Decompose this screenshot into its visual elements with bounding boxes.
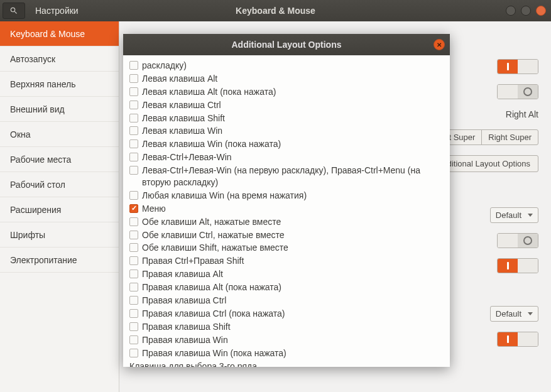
- layout-option: Правая Ctrl+Правая Shift: [128, 254, 445, 268]
- checkbox[interactable]: [129, 335, 138, 344]
- layout-option: Левая клавиша Win (пока нажата): [128, 138, 445, 151]
- checkbox[interactable]: [129, 61, 138, 70]
- checkbox[interactable]: [129, 270, 138, 278]
- chevron-down-icon: [528, 214, 533, 217]
- modal-title-text: Additional Layout Options: [232, 40, 342, 50]
- layout-option: Левая клавиша Alt: [128, 72, 445, 85]
- page-title: Keyboard & Mouse: [0, 6, 551, 16]
- checkbox[interactable]: [129, 283, 138, 291]
- checkbox[interactable]: [129, 217, 138, 226]
- option-label: Правая клавиша Alt: [142, 268, 223, 280]
- sidebar-item-3[interactable]: Внешний вид: [0, 97, 119, 122]
- close-window-button[interactable]: [536, 6, 546, 16]
- right-alt-label: Right Alt: [506, 109, 538, 119]
- dropdown-1[interactable]: Default: [490, 207, 538, 223]
- app-title: Настройки: [35, 6, 79, 16]
- maximize-button[interactable]: [521, 6, 531, 16]
- option-label: Меню: [142, 203, 166, 215]
- layout-option: Левая клавиша Shift: [128, 112, 445, 125]
- sidebar: Keyboard & MouseАвтозапускВерхняя панель…: [0, 21, 119, 392]
- option-label: Правая клавиша Shift: [142, 321, 231, 333]
- modal-body: раскладку)Левая клавиша AltЛевая клавиша…: [123, 55, 450, 367]
- checkbox[interactable]: [129, 191, 138, 200]
- search-button[interactable]: [3, 3, 25, 19]
- toggle-1[interactable]: [497, 59, 538, 74]
- checkbox[interactable]: [129, 231, 138, 239]
- option-label: Левая клавиша Win: [142, 125, 222, 137]
- layout-option: Правая клавиша Shift: [128, 320, 445, 334]
- toggle-5[interactable]: [497, 332, 538, 347]
- toggle-4[interactable]: [497, 258, 538, 273]
- checkbox[interactable]: [129, 349, 138, 357]
- sidebar-item-0[interactable]: Keyboard & Mouse: [0, 21, 119, 46]
- section-heading: Клавиша для выбора 3-го ряда: [128, 361, 445, 367]
- sidebar-item-6[interactable]: Рабочий стол: [0, 172, 119, 197]
- option-label: Обе клавиши Shift, нажатые вместе: [142, 242, 288, 254]
- layout-option: раскладку): [128, 59, 445, 72]
- sidebar-item-1[interactable]: Автозапуск: [0, 46, 119, 72]
- option-label: Обе клавиши Alt, нажатые вместе: [142, 216, 281, 228]
- sidebar-item-7[interactable]: Расширения: [0, 197, 119, 222]
- checkbox[interactable]: [129, 256, 138, 265]
- layout-option: Обе клавиши Alt, нажатые вместе: [128, 215, 445, 229]
- layout-option: Любая клавиша Win (на время нажатия): [128, 189, 445, 202]
- layout-option: Правая клавиша Ctrl: [128, 294, 445, 307]
- modal-titlebar: Additional Layout Options: [123, 34, 450, 55]
- option-label: Левая клавиша Ctrl: [142, 99, 221, 111]
- option-label: Левая-Ctrl+Левая-Win: [142, 151, 232, 163]
- sidebar-item-2[interactable]: Верхняя панель: [0, 72, 119, 97]
- option-label: Обе клавиши Ctrl, нажатые вместе: [142, 229, 285, 241]
- minimize-button[interactable]: [506, 6, 516, 16]
- search-icon: [9, 6, 18, 15]
- modal-close-button[interactable]: [434, 39, 445, 50]
- option-label: Левая-Ctrl+Левая-Win (на первую раскладк…: [142, 165, 444, 188]
- option-label: Левая клавиша Alt: [142, 73, 217, 85]
- option-label: Правая клавиша Ctrl: [142, 295, 226, 307]
- sidebar-item-4[interactable]: Окна: [0, 122, 119, 147]
- option-label: Левая клавиша Shift: [142, 112, 225, 124]
- toggle-3[interactable]: [497, 233, 538, 248]
- layout-option: Правая клавиша Alt: [128, 268, 445, 281]
- checkbox[interactable]: [129, 101, 138, 109]
- checkbox[interactable]: [129, 126, 138, 135]
- layout-option: Левая-Ctrl+Левая-Win (на первую раскладк…: [128, 164, 445, 189]
- window-controls: [506, 6, 551, 16]
- option-label: Левая клавиша Alt (пока нажата): [142, 86, 276, 98]
- checkbox[interactable]: [129, 166, 138, 175]
- layout-option: Правая клавиша Win (пока нажата): [128, 347, 445, 360]
- segment-right-super[interactable]: Right Super: [481, 129, 538, 145]
- checkbox[interactable]: [129, 114, 138, 122]
- option-label: Правая клавиша Win: [142, 334, 228, 346]
- sidebar-item-8[interactable]: Шрифты: [0, 222, 119, 248]
- additional-layout-options-button[interactable]: dditional Layout Options: [435, 155, 538, 172]
- checkbox[interactable]: [129, 296, 138, 305]
- window-titlebar: Настройки Keyboard & Mouse: [0, 0, 551, 21]
- layout-option: Левая-Ctrl+Левая-Win: [128, 151, 445, 164]
- modal-additional-layout-options: Additional Layout Options раскладку)Лева…: [123, 34, 450, 367]
- layout-option: Обе клавиши Shift, нажатые вместе: [128, 241, 445, 254]
- sidebar-item-5[interactable]: Рабочие места: [0, 147, 119, 172]
- checkbox[interactable]: [129, 204, 138, 213]
- option-label: Правая Ctrl+Правая Shift: [142, 255, 244, 267]
- dropdown-2[interactable]: Default: [490, 306, 538, 322]
- layout-option: Меню: [128, 202, 445, 215]
- layout-option: Левая клавиша Win: [128, 124, 445, 138]
- layout-option: Обе клавиши Ctrl, нажатые вместе: [128, 229, 445, 242]
- layout-option: Левая клавиша Alt (пока нажата): [128, 85, 445, 99]
- checkbox[interactable]: [129, 87, 138, 96]
- checkbox[interactable]: [129, 322, 138, 331]
- layout-option: Правая клавиша Ctrl (пока нажата): [128, 307, 445, 320]
- chevron-down-icon: [528, 312, 533, 315]
- checkbox[interactable]: [129, 153, 138, 161]
- checkbox[interactable]: [129, 74, 138, 83]
- checkbox[interactable]: [129, 139, 138, 148]
- option-label: Левая клавиша Win (пока нажата): [142, 138, 281, 150]
- sidebar-item-9[interactable]: Электропитание: [0, 248, 119, 273]
- checkbox[interactable]: [129, 309, 138, 318]
- option-label: Правая клавиша Ctrl (пока нажата): [142, 308, 285, 320]
- option-label: Любая клавиша Win (на время нажатия): [142, 190, 307, 202]
- checkbox[interactable]: [129, 243, 138, 252]
- option-label: Правая клавиша Win (пока нажата): [142, 347, 286, 359]
- toggle-2[interactable]: [497, 84, 538, 99]
- layout-option: Левая клавиша Ctrl: [128, 99, 445, 112]
